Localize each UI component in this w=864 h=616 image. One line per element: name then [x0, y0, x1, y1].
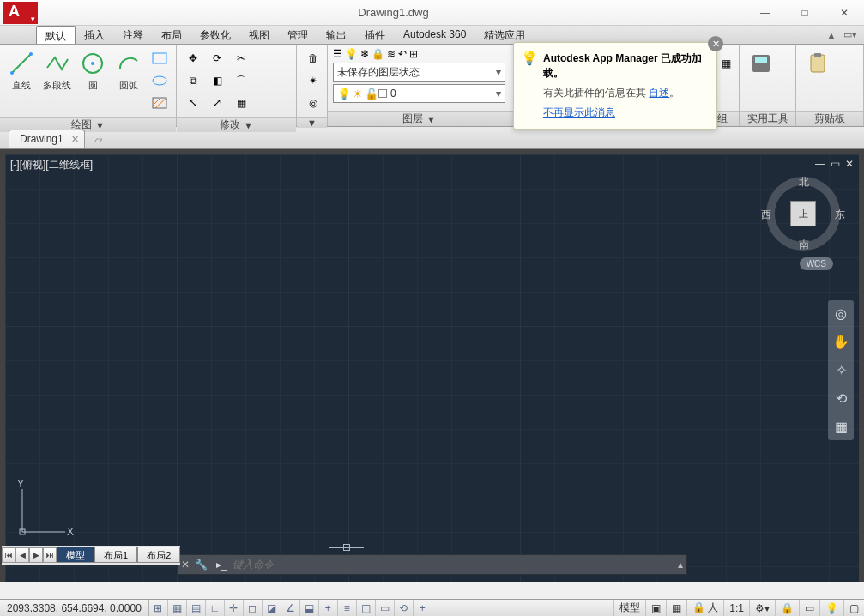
layout-quick-view-icon[interactable]: ▣	[645, 600, 666, 616]
layer-freeze-icon[interactable]: ❄	[360, 48, 369, 60]
dynamic-input-icon[interactable]: +	[319, 600, 338, 616]
tab-default[interactable]: 默认	[36, 26, 76, 44]
tab-insert[interactable]: 插入	[76, 26, 114, 44]
lineweight-icon[interactable]: ≡	[338, 600, 357, 616]
balloon-link-readme[interactable]: 自述	[649, 87, 669, 99]
transparency-icon[interactable]: ◫	[357, 600, 376, 616]
layout-prev-icon[interactable]: ◀	[15, 547, 29, 563]
file-tab-drawing1[interactable]: Drawing1 ✕	[9, 130, 85, 148]
rectangle-icon[interactable]	[148, 48, 171, 69]
pan-icon[interactable]: ✋	[832, 334, 849, 350]
tab-plugins[interactable]: 插件	[356, 26, 395, 44]
layer-prop-icon[interactable]: ☰	[333, 48, 342, 60]
selection-cycling-icon[interactable]: ⟲	[395, 600, 414, 616]
tab-annotate[interactable]: 注释	[114, 26, 153, 44]
polyline-button[interactable]: 多段线	[41, 48, 74, 94]
tab-model[interactable]: 模型	[57, 547, 94, 563]
scale-icon[interactable]: ⤢	[206, 93, 228, 113]
cmdline-recent-icon[interactable]: ▴	[678, 559, 683, 571]
tab-featured[interactable]: 精选应用	[475, 26, 535, 44]
layer-current-dropdown[interactable]: 💡 ☀ 🔓 0 ▾	[333, 84, 505, 103]
workspace-switch-icon[interactable]: ⚙▾	[749, 600, 775, 616]
tab-layout2[interactable]: 布局2	[137, 547, 180, 563]
tab-layout1[interactable]: 布局1	[94, 547, 137, 563]
layer-lock-icon[interactable]: 🔒	[372, 48, 384, 60]
tab-layout[interactable]: 布局	[153, 26, 191, 44]
tab-manage[interactable]: 管理	[279, 26, 317, 44]
app-menu-button[interactable]	[3, 2, 38, 24]
clean-screen-icon[interactable]: ▢	[843, 600, 864, 616]
ortho-mode-icon[interactable]: ∟	[206, 600, 225, 616]
utilities-button[interactable]	[745, 48, 777, 79]
explode-icon[interactable]: ✴	[302, 70, 324, 91]
file-tab-close-icon[interactable]: ✕	[71, 134, 79, 145]
annotation-scale-icon[interactable]: 🔒 人	[686, 600, 723, 616]
hatch-icon[interactable]	[148, 93, 171, 113]
infer-constraints-icon[interactable]: ⊞	[149, 600, 168, 616]
layer-prev-icon[interactable]: ↶	[398, 48, 407, 60]
cmdline-close-icon[interactable]: ✕	[181, 559, 190, 571]
object-snap-icon[interactable]: ◻	[244, 600, 263, 616]
bim360-icon[interactable]: ▲	[825, 28, 838, 42]
ribbon-options-icon[interactable]: ▭▾	[843, 28, 857, 42]
close-button[interactable]: ✕	[825, 0, 864, 26]
annotation-scale-value[interactable]: 1:1	[723, 600, 749, 616]
layer-state-dropdown[interactable]: 未保存的图层状态▾	[333, 63, 505, 82]
fillet-icon[interactable]: ⌒	[230, 70, 252, 91]
move-icon[interactable]: ✥	[182, 48, 204, 69]
array-icon[interactable]: ▦	[230, 93, 252, 113]
viewport-label[interactable]: [-][俯视][二维线框]	[10, 158, 93, 172]
command-input[interactable]	[233, 559, 673, 571]
rotate-icon[interactable]: ⟳	[206, 48, 228, 69]
tab-view[interactable]: 视图	[240, 26, 279, 44]
arc-button[interactable]: 圆弧	[112, 48, 145, 94]
viewport-minimize-icon[interactable]: —	[815, 158, 825, 170]
layer-iso-icon[interactable]: ⊞	[409, 48, 418, 60]
layer-off-icon[interactable]: 💡	[345, 48, 358, 60]
balloon-close-button[interactable]: ✕	[708, 36, 723, 51]
erase-icon[interactable]: 🗑	[302, 48, 324, 69]
view-cube[interactable]: 上 北 南 西 东	[766, 177, 840, 251]
3d-osnap-icon[interactable]: ◪	[263, 600, 281, 616]
layer-match-icon[interactable]: ≋	[387, 48, 396, 60]
maximize-button[interactable]: □	[785, 0, 825, 26]
offset-icon[interactable]: ◎	[302, 93, 324, 113]
balloon-link-dismiss[interactable]: 不再显示此消息	[543, 106, 615, 118]
layout-first-icon[interactable]: ⏮	[2, 547, 15, 563]
hardware-accel-icon[interactable]: ▭	[799, 600, 819, 616]
tab-output[interactable]: 输出	[317, 26, 356, 44]
coordinates-readout[interactable]: 2093.3308, 654.6694, 0.0000	[0, 600, 149, 616]
trim-icon[interactable]: ✂	[230, 48, 252, 69]
ellipse-icon[interactable]	[148, 70, 171, 91]
mirror-icon[interactable]: ◧	[206, 70, 228, 91]
grid-display-icon[interactable]: ▤	[187, 600, 206, 616]
tab-parametric[interactable]: 参数化	[191, 26, 240, 44]
cmdline-options-icon[interactable]: 🔧	[195, 559, 208, 571]
orbit-icon[interactable]: ⟲	[836, 390, 847, 407]
zoom-extents-icon[interactable]: ✧	[836, 362, 847, 378]
clipboard-button[interactable]	[801, 48, 834, 79]
showmotion-icon[interactable]: ▦	[835, 419, 848, 435]
object-snap-tracking-icon[interactable]: ∠	[281, 600, 300, 616]
steering-wheel-icon[interactable]: ◎	[835, 305, 847, 322]
viewcube-top-face[interactable]: 上	[790, 201, 816, 226]
viewport-restore-icon[interactable]: ▭	[831, 158, 840, 170]
polar-tracking-icon[interactable]: ✛	[225, 600, 244, 616]
command-line[interactable]: ✕ 🔧 ▸_ ▴	[177, 554, 687, 575]
isolate-objects-icon[interactable]: 💡	[819, 600, 843, 616]
stretch-icon[interactable]: ⤡	[182, 93, 204, 113]
annotation-monitor-icon[interactable]: +	[414, 600, 432, 616]
copy-icon[interactable]: ⧉	[182, 70, 204, 91]
toolbar-lock-icon[interactable]: 🔒	[775, 600, 799, 616]
layout-last-icon[interactable]: ⏭	[43, 547, 57, 563]
line-button[interactable]: 直线	[5, 48, 38, 94]
quick-properties-icon[interactable]: ▭	[376, 600, 395, 616]
model-space-button[interactable]: 模型	[613, 600, 645, 616]
dynamic-ucs-icon[interactable]: ⬓	[300, 600, 319, 616]
minimize-button[interactable]: —	[746, 0, 785, 26]
snap-mode-icon[interactable]: ▦	[168, 600, 187, 616]
drawing-canvas[interactable]: [-][俯视][二维线框] — ▭ ✕ 上 北 南 西 东 WCS ◎ ✋ ✧ …	[5, 154, 859, 582]
drawing-quick-view-icon[interactable]: ▦	[666, 600, 686, 616]
viewport-close-icon[interactable]: ✕	[845, 158, 854, 170]
tab-a360[interactable]: Autodesk 360	[395, 26, 475, 44]
